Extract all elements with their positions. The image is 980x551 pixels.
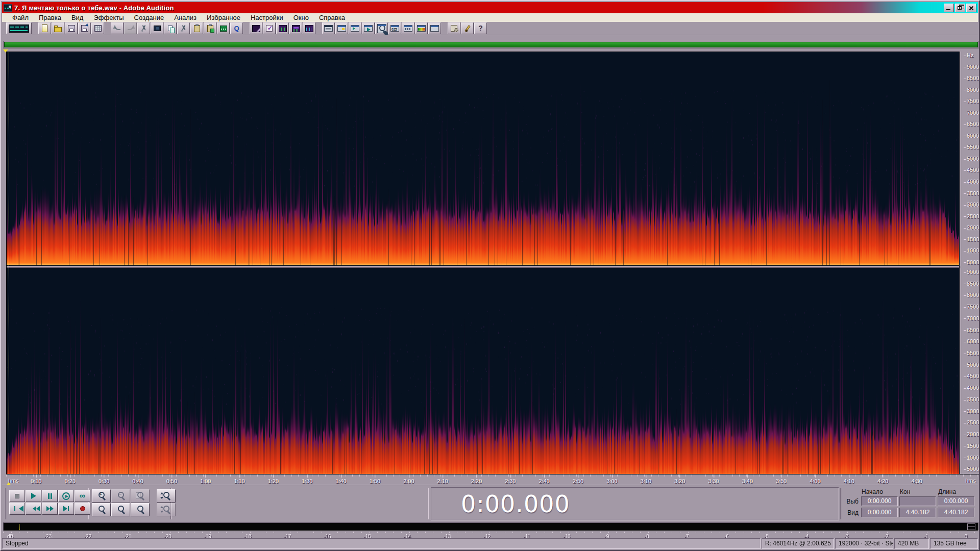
zoom-vertical-out-button[interactable]	[157, 503, 176, 516]
spectral-colors-button[interactable]	[415, 22, 428, 34]
menu-item[interactable]: Эффекты	[88, 13, 129, 22]
undo-button[interactable]	[111, 22, 124, 34]
menu-item[interactable]: Окно	[288, 13, 314, 22]
go-to-end-button[interactable]	[58, 503, 74, 515]
play-window-button[interactable]	[362, 22, 375, 34]
frequency-ruler-right[interactable]: 9000085000800007500070000650006000055000…	[961, 268, 980, 485]
freq-label: 25000	[964, 420, 979, 425]
zoom-sel-left-button[interactable]	[111, 503, 130, 516]
menu-item[interactable]: Анализ	[169, 13, 202, 22]
menu-item[interactable]: Создание	[129, 13, 169, 22]
zoom-out-button[interactable]	[111, 489, 130, 503]
help-icon	[478, 24, 483, 32]
save-as-button[interactable]	[78, 22, 91, 34]
selection-start-field[interactable]: 0:00.000	[861, 496, 898, 506]
scissors-button[interactable]	[137, 22, 150, 34]
view-toggle-button[interactable]	[6, 22, 32, 34]
spectral-phase-button[interactable]	[303, 22, 315, 34]
spectral-left-channel[interactable]	[7, 52, 959, 265]
menu-item[interactable]: Настройки	[246, 13, 288, 22]
cue-list-button[interactable]	[322, 22, 335, 34]
new-file-button[interactable]	[38, 22, 51, 34]
help-button[interactable]	[474, 22, 487, 34]
paste-button[interactable]	[190, 22, 203, 34]
timeline-tick: 0:20	[65, 474, 76, 484]
open-file-button[interactable]	[52, 22, 64, 34]
zoom-selection-button[interactable]	[92, 503, 111, 516]
batch-files-button[interactable]	[91, 22, 104, 34]
freq-label: 85000	[964, 281, 979, 287]
clip-indicator[interactable]	[967, 523, 975, 530]
play-to-end-button[interactable]	[58, 490, 74, 502]
convert-sample-button[interactable]	[230, 22, 243, 34]
playhead-cursor	[9, 52, 9, 484]
spectral-view-button[interactable]	[276, 22, 289, 34]
restore-button[interactable]	[955, 4, 965, 12]
spectral-pan-button[interactable]	[289, 22, 302, 34]
close-button[interactable]	[966, 4, 976, 12]
overview-range-bar[interactable]	[4, 42, 978, 47]
record-button[interactable]	[75, 503, 90, 515]
time-window-button[interactable]	[388, 22, 401, 34]
zoom-sel-right-button[interactable]	[131, 503, 150, 516]
menu-item[interactable]: Файл	[7, 13, 34, 22]
meter-position-indicator	[19, 524, 20, 530]
loop-play-button[interactable]	[75, 490, 90, 502]
spectral-view-icon	[279, 25, 287, 32]
timeline-tick: 3:10	[641, 474, 651, 484]
level-meter[interactable]	[3, 522, 979, 531]
menu-item[interactable]: Справка	[314, 13, 350, 22]
zoom-sel-icon	[97, 505, 106, 514]
minimize-button[interactable]	[944, 4, 954, 12]
menu-item[interactable]: Вид	[66, 13, 89, 22]
play-list-button[interactable]	[335, 22, 348, 34]
selection-start-field[interactable]: 0:00.000	[861, 508, 898, 517]
copy-button[interactable]	[164, 22, 177, 34]
channel-divider[interactable]	[7, 266, 959, 268]
zoom-full-button[interactable]	[131, 489, 150, 503]
paste-new-icon	[207, 25, 213, 32]
zoom-window-button[interactable]	[375, 22, 388, 34]
verify-button[interactable]	[263, 22, 276, 34]
frequency-ruler-left[interactable]: Hz90000850008000075000700006500060000550…	[961, 52, 980, 266]
transport-controls	[9, 490, 90, 515]
pause-button[interactable]	[42, 490, 58, 502]
selection-length-field[interactable]: 0:00.000	[938, 496, 974, 506]
scripts-button[interactable]	[448, 22, 460, 34]
redo-button[interactable]	[124, 22, 137, 34]
selection-end-field[interactable]: 4:40.182	[899, 508, 936, 517]
copy-icon	[168, 26, 173, 31]
menu-item[interactable]: Правка	[34, 13, 66, 22]
mix-paste-button[interactable]	[217, 22, 230, 34]
timeline-tick: 1:20	[268, 474, 279, 484]
waveform-view-button[interactable]	[250, 22, 262, 34]
selection-length-field[interactable]: 4:40.182	[938, 508, 974, 517]
menu-item[interactable]: Избранное	[202, 13, 246, 22]
edit-pencil-button[interactable]	[461, 22, 474, 34]
selection-row-label: Вид	[841, 509, 860, 516]
paste-new-button[interactable]	[204, 22, 216, 34]
save-file-button[interactable]	[65, 22, 78, 34]
status-free-space: 135 GB free	[930, 538, 978, 549]
rewind-button[interactable]	[26, 503, 41, 515]
play-button[interactable]	[26, 490, 41, 502]
blank-window-button[interactable]	[428, 22, 441, 34]
fast-forward-button[interactable]	[42, 503, 58, 515]
freq-label: 10000	[964, 455, 979, 461]
freq-label: 65000	[964, 328, 979, 333]
blank-window-icon	[430, 25, 439, 32]
mixer-window-button[interactable]	[349, 22, 361, 34]
spectral-right-channel[interactable]	[7, 268, 959, 484]
cut-button[interactable]	[177, 22, 190, 34]
stop-button[interactable]	[9, 490, 25, 502]
timeline-tick: 3:20	[674, 474, 685, 484]
trim-button[interactable]	[151, 22, 163, 34]
zoom-vertical-in-button[interactable]	[157, 489, 176, 503]
freq-analysis-button[interactable]	[402, 22, 414, 34]
timeline-ruler[interactable]: hms hms 0:100:200:300:400:501:001:101:20…	[6, 474, 979, 485]
time-display[interactable]: 0:00.000	[431, 487, 839, 520]
zoom-in-button[interactable]	[92, 489, 111, 503]
go-to-start-button[interactable]	[9, 503, 25, 515]
selection-end-field[interactable]	[899, 496, 936, 506]
zoom-window-icon	[377, 24, 386, 33]
